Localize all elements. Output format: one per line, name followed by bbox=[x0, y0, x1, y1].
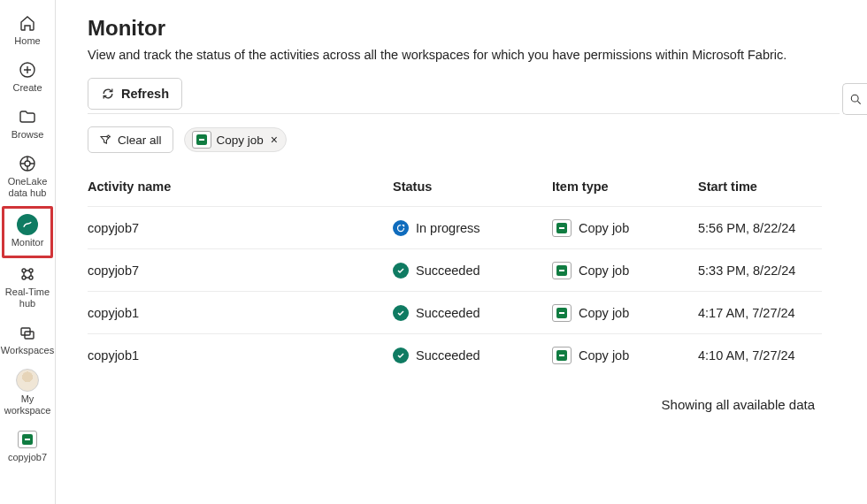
cell-status: Succeeded bbox=[393, 347, 552, 363]
data-hub-icon bbox=[17, 153, 38, 174]
sidebar-item-my-workspace[interactable]: My workspace bbox=[4, 363, 50, 424]
clear-filter-icon bbox=[99, 134, 111, 146]
table-row[interactable]: copyjob1SucceededCopy job4:10 AM, 7/27/2… bbox=[88, 333, 822, 376]
search-panel-toggle[interactable] bbox=[842, 83, 867, 115]
copyjob-icon bbox=[192, 131, 211, 149]
column-status[interactable]: Status bbox=[393, 179, 552, 194]
sidebar-item-home[interactable]: Home bbox=[4, 7, 50, 54]
copyjob-icon bbox=[17, 429, 38, 450]
copyjob-icon bbox=[552, 304, 572, 322]
plus-circle-icon bbox=[17, 59, 38, 80]
table-row[interactable]: copyjob7SucceededCopy job5:33 PM, 8/22/2… bbox=[88, 248, 822, 291]
sidebar-item-onelake[interactable]: OneLake data hub bbox=[4, 148, 50, 206]
search-icon bbox=[850, 94, 862, 105]
table-row[interactable]: copyjob1SucceededCopy job4:17 AM, 7/27/2… bbox=[88, 291, 822, 333]
cell-status: Succeeded bbox=[393, 305, 552, 321]
results-footer: Showing all available data bbox=[88, 376, 822, 412]
item-type-label: Copy job bbox=[579, 221, 629, 235]
filter-chip-label: Copy job bbox=[217, 134, 264, 147]
filter-chip-copyjob[interactable]: Copy job × bbox=[184, 127, 287, 152]
avatar bbox=[16, 369, 39, 392]
status-label: Succeeded bbox=[416, 263, 480, 278]
cell-start-time: 5:33 PM, 8/22/24 bbox=[698, 263, 822, 278]
item-type-label: Copy job bbox=[579, 348, 629, 363]
workspaces-icon bbox=[17, 322, 38, 343]
toolbar-divider bbox=[88, 113, 840, 114]
close-icon[interactable]: × bbox=[269, 133, 278, 147]
cell-item-type: Copy job bbox=[552, 347, 698, 364]
sidebar-item-monitor[interactable]: Monitor bbox=[2, 206, 53, 258]
sidebar-item-label: Home bbox=[14, 35, 40, 47]
cell-start-time: 4:10 AM, 7/27/24 bbox=[698, 348, 822, 363]
refresh-button[interactable]: Refresh bbox=[88, 78, 182, 110]
sidebar-item-label: copyjob7 bbox=[8, 452, 47, 463]
cell-status: In progress bbox=[393, 220, 552, 236]
svg-point-4 bbox=[29, 269, 33, 272]
page-title: Monitor bbox=[88, 16, 867, 41]
svg-point-6 bbox=[29, 276, 33, 279]
sidebar-item-label: Real-Time hub bbox=[4, 286, 50, 309]
sidebar-item-workspaces[interactable]: Workspaces bbox=[4, 317, 50, 363]
folder-icon bbox=[17, 106, 38, 127]
cell-start-time: 5:56 PM, 8/22/24 bbox=[698, 221, 822, 235]
item-type-label: Copy job bbox=[579, 306, 629, 320]
sidebar-item-create[interactable]: Create bbox=[4, 54, 50, 101]
toolbar: Refresh bbox=[88, 78, 867, 110]
sidebar-item-copyjob7[interactable]: copyjob7 bbox=[4, 424, 50, 470]
copyjob-icon bbox=[552, 219, 572, 237]
status-label: Succeeded bbox=[416, 306, 480, 320]
page-subtitle: View and track the status of the activit… bbox=[88, 48, 867, 62]
status-label: Succeeded bbox=[416, 348, 480, 363]
monitor-icon bbox=[17, 214, 38, 235]
cell-item-type: Copy job bbox=[552, 262, 698, 279]
refresh-label: Refresh bbox=[121, 87, 169, 101]
sidebar-item-label: Workspaces bbox=[1, 345, 54, 356]
cell-activity-name: copyjob1 bbox=[88, 348, 393, 363]
copyjob-icon bbox=[552, 347, 572, 364]
status-succeeded-icon bbox=[393, 347, 409, 363]
svg-point-3 bbox=[22, 269, 26, 272]
sidebar-item-label: OneLake data hub bbox=[4, 176, 50, 199]
sidebar-item-label: Create bbox=[12, 82, 42, 94]
activity-table: Activity name Status Item type Start tim… bbox=[88, 167, 822, 376]
status-label: In progress bbox=[416, 221, 480, 235]
refresh-icon bbox=[101, 87, 115, 101]
sidebar-item-label: My workspace bbox=[4, 393, 51, 416]
status-succeeded-icon bbox=[393, 305, 409, 321]
sidebar-item-browse[interactable]: Browse bbox=[4, 101, 50, 148]
column-start-time[interactable]: Start time bbox=[698, 179, 822, 194]
realtime-icon bbox=[17, 263, 38, 285]
sidebar: Home Create Browse OneLake data hub Moni… bbox=[0, 0, 56, 504]
item-type-label: Copy job bbox=[579, 263, 629, 278]
copyjob-icon bbox=[552, 262, 572, 279]
svg-point-5 bbox=[22, 276, 26, 279]
table-header: Activity name Status Item type Start tim… bbox=[88, 167, 822, 206]
column-activity-name[interactable]: Activity name bbox=[88, 179, 393, 194]
cell-item-type: Copy job bbox=[552, 219, 698, 237]
cell-activity-name: copyjob1 bbox=[88, 306, 393, 320]
cell-status: Succeeded bbox=[393, 263, 552, 279]
sidebar-item-label: Monitor bbox=[12, 237, 44, 248]
clear-all-label: Clear all bbox=[118, 134, 162, 147]
status-succeeded-icon bbox=[393, 263, 409, 279]
cell-item-type: Copy job bbox=[552, 304, 698, 322]
filter-bar: Clear all Copy job × bbox=[88, 126, 867, 153]
cell-activity-name: copyjob7 bbox=[88, 263, 393, 278]
svg-point-9 bbox=[851, 95, 858, 102]
column-item-type[interactable]: Item type bbox=[552, 179, 698, 194]
home-icon bbox=[17, 12, 38, 34]
cell-start-time: 4:17 AM, 7/27/24 bbox=[698, 306, 822, 320]
clear-all-button[interactable]: Clear all bbox=[88, 126, 173, 153]
main-content: Monitor View and track the status of the… bbox=[56, 0, 867, 504]
svg-point-1 bbox=[25, 161, 30, 166]
sidebar-item-realtime[interactable]: Real-Time hub bbox=[4, 258, 50, 317]
table-row[interactable]: copyjob7In progressCopy job5:56 PM, 8/22… bbox=[88, 206, 822, 248]
status-in-progress-icon bbox=[393, 220, 409, 236]
sidebar-item-label: Browse bbox=[12, 129, 44, 141]
cell-activity-name: copyjob7 bbox=[88, 221, 393, 235]
